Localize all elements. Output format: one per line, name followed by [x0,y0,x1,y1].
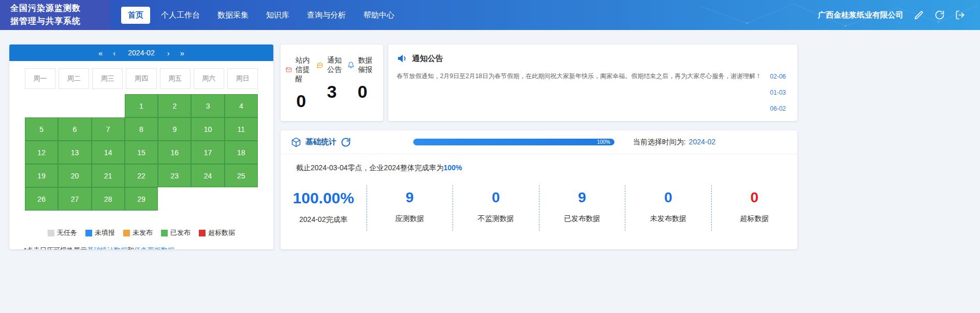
completion-summary-highlight: 100% [444,163,462,172]
calendar-card: « ‹ 2024-02 › » 周一 周二 周三 周四 周五 周六 周日 1 2… [9,44,273,249]
metric-required-data: 9 应测数据 [367,185,454,231]
calendar-prev-year-icon[interactable]: « [97,49,104,57]
calendar-day[interactable]: 17 [191,141,224,164]
notice-item[interactable]: 01-03 [397,84,786,100]
menu-item-knowledge-base[interactable]: 知识库 [259,7,296,24]
refresh-icon[interactable] [934,10,945,20]
calendar-day[interactable]: 9 [158,117,191,141]
weekday-label: 周日 [227,68,258,89]
notice-list: 春节放假通知，2月9日至2月18日为春节假期，在此期间祝大家新年快乐，阖家幸福。… [397,68,786,116]
calendar-day[interactable]: 28 [92,187,125,211]
metric-unpublished: 0 未发布数据 [625,185,712,231]
basic-stats-header: 基础统计 100% 当前选择时间为:2024-02 [281,130,797,154]
top-row: 站内信提醒 0 通知公告 3 数据催报 0 [281,44,797,121]
data-urge-block[interactable]: 数据催报 0 [347,56,378,121]
legend-item-not-filled: 未填报 [85,228,115,237]
calendar-day[interactable]: 16 [158,141,191,164]
basic-stats-card: 基础统计 100% 当前选择时间为:2024-02 截止2024-03-04零点… [281,130,797,249]
notice-board-card: 通知公告 春节放假通知，2月9日至2月18日为春节假期，在此期间祝大家新年快乐，… [388,44,797,121]
metric-label: 未发布数据 [625,214,711,223]
notice-count-block[interactable]: 通知公告 3 [316,56,347,121]
calendar-day[interactable]: 7 [92,117,125,141]
metric-label: 不监测数据 [453,214,539,223]
calendar-day[interactable]: 12 [25,141,58,164]
menu-item-help-center[interactable]: 帮助中心 [357,7,401,24]
calendar-day[interactable]: 4 [225,94,258,117]
inbox-reminder-count: 0 [296,91,306,111]
calendar-day[interactable]: 5 [25,117,58,141]
menu-item-home[interactable]: 首页 [121,7,150,24]
metric-label: 应测数据 [367,214,453,223]
legend-swatch [199,230,206,236]
data-urge-label: 数据催报 [358,56,378,74]
calendar-empty-cell [92,94,125,117]
calendar-day[interactable]: 22 [125,164,158,187]
progress-percent-label: 100% [597,139,610,145]
basic-stats-data-link[interactable]: 基础统计数据 [87,246,127,249]
calendar-day[interactable]: 8 [125,117,158,141]
notice-board-title: 通知公告 [412,54,443,64]
notice-date: 02-06 [770,73,786,80]
weekday-label: 周二 [58,68,89,89]
legend-swatch [85,230,92,236]
menu-item-query-analysis[interactable]: 查询与分析 [300,7,353,24]
task-panel-data-link[interactable]: 任务面板数据 [134,246,174,249]
main-menu: 首页 个人工作台 数据采集 知识库 查询与分析 帮助中心 [121,7,401,24]
metric-exceeded: 0 超标数据 [712,185,798,231]
weekday-label: 周三 [92,68,123,89]
legend-item-not-published: 未发布 [123,228,153,237]
calendar-empty-cell [225,187,258,211]
menu-item-data-collection[interactable]: 数据采集 [211,7,255,24]
menu-item-workbench[interactable]: 个人工作台 [154,7,207,24]
cube-icon [291,137,301,147]
legend-label: 未填报 [95,228,115,237]
completion-progress-bar: 100% [413,139,615,145]
calendar-day[interactable]: 1 [125,94,158,117]
app-title: 全国污染源监测数 据管理与共享系统 [0,0,110,30]
calendar-day[interactable]: 23 [158,164,191,187]
weekday-label: 周一 [25,68,55,89]
message-summary-card: 站内信提醒 0 通知公告 3 数据催报 0 [281,44,383,121]
selected-time-value: 2024-02 [689,138,715,146]
data-urge-count: 0 [358,82,368,102]
app-title-line1: 全国污染源监测数 [10,2,110,15]
calendar-day[interactable]: 27 [58,187,91,211]
metric-label: 已发布数据 [539,214,625,223]
notice-count: 3 [327,82,337,102]
navbar-right: 广西金桂浆纸业有限公司 [818,10,966,20]
calendar-day[interactable]: 26 [25,187,58,211]
progress-fill: 100% [413,139,615,145]
inbox-reminder-block[interactable]: 站内信提醒 0 [286,56,316,121]
legend-item-published: 已发布 [161,228,191,237]
calendar-day[interactable]: 15 [125,141,158,164]
notice-item[interactable]: 春节放假通知，2月9日至2月18日为春节假期，在此期间祝大家新年快乐，阖家幸福。… [397,68,786,84]
calendar-day[interactable]: 18 [225,141,258,164]
selected-time: 当前选择时间为:2024-02 [633,138,715,147]
calendar-day[interactable]: 29 [125,187,158,211]
calendar-day[interactable]: 13 [58,141,91,164]
metric-value: 0 [625,189,711,206]
calendar-day[interactable]: 2 [158,94,191,117]
notice-item[interactable]: 06-02 [397,100,786,116]
calendar-next-month-icon[interactable]: › [166,49,171,57]
calendar-day[interactable]: 21 [92,164,125,187]
basic-stats-title: 基础统计 [305,137,337,147]
edit-pencil-icon[interactable] [914,10,924,20]
calendar-day[interactable]: 6 [58,117,91,141]
calendar-day[interactable]: 10 [191,117,224,141]
calendar-day[interactable]: 11 [225,117,258,141]
calendar-day[interactable]: 3 [191,94,224,117]
stats-refresh-icon[interactable] [341,137,351,147]
weekday-label: 周四 [126,68,156,89]
calendar-day[interactable]: 19 [25,164,58,187]
note-conjunction: 和 [127,246,134,249]
calendar-day[interactable]: 25 [225,164,258,187]
logout-icon[interactable] [955,10,966,20]
calendar-day[interactable]: 24 [191,164,224,187]
metric-published: 9 已发布数据 [539,185,626,231]
calendar-day[interactable]: 20 [58,164,91,187]
calendar-prev-month-icon[interactable]: ‹ [112,49,116,57]
metric-value: 0 [712,189,798,206]
calendar-next-year-icon[interactable]: » [179,49,185,57]
calendar-day[interactable]: 14 [92,141,125,164]
